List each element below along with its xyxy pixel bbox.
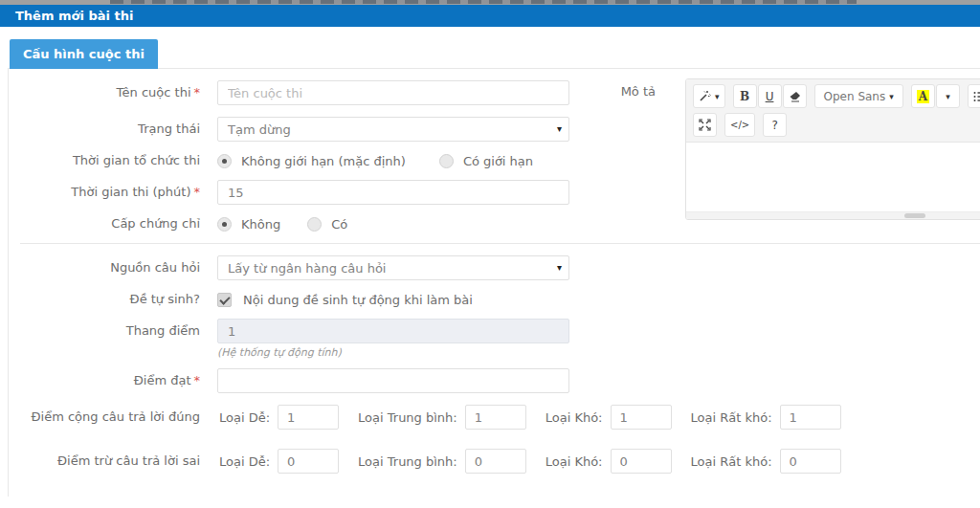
- contest-name-label: Tên cuộc thi*: [9, 85, 200, 100]
- plus-hard-pair: Loại Khó:: [546, 405, 672, 430]
- editor-horizontal-scrollbar[interactable]: [686, 211, 980, 219]
- scale-input: [217, 319, 569, 343]
- required-asterisk: *: [194, 85, 201, 99]
- chevron-down-icon: ▾: [715, 92, 720, 101]
- pass-score-input[interactable]: [217, 368, 569, 393]
- chevron-down-icon: ▾: [557, 262, 562, 273]
- tab-label: Cấu hình cuộc thi: [23, 47, 145, 61]
- unordered-list-icon: [973, 91, 980, 102]
- plus-easy-pair: Loại Dễ:: [219, 405, 339, 430]
- row-minus-points: Điểm trừ câu trả lời sai Loại Dễ: Loại T…: [9, 449, 980, 474]
- plus-medium-pair: Loại Trung bình:: [358, 405, 526, 430]
- bold-button[interactable]: B: [733, 84, 757, 108]
- plus-hard-input[interactable]: [611, 405, 672, 430]
- minus-easy-input[interactable]: [278, 449, 339, 474]
- auto-generate-checkbox-label: Nội dung đề sinh tự động khi làm bài: [243, 293, 473, 307]
- section-divider: [20, 243, 980, 244]
- minus-medium-input[interactable]: [465, 449, 526, 474]
- row-scale: Thang điểm: [9, 319, 980, 343]
- clear-format-button[interactable]: [783, 84, 807, 108]
- description-editor: ▾ B U: [685, 78, 980, 220]
- auto-generate-checkbox[interactable]: [217, 293, 232, 307]
- required-asterisk: *: [194, 185, 201, 199]
- radio-icon-checked: [217, 217, 232, 232]
- plus-veryhard-label: Loại Rất khó:: [691, 410, 772, 425]
- minus-hard-label: Loại Khó:: [546, 454, 603, 469]
- radio-option-limited[interactable]: Có giới hạn: [439, 154, 533, 168]
- editor-toolbar: ▾ B U: [686, 79, 980, 143]
- plus-hard-label: Loại Khó:: [546, 410, 603, 425]
- scale-label: Thang điểm: [9, 323, 200, 339]
- tab-cau-hinh-cuoc-thi[interactable]: Cấu hình cuộc thi: [10, 39, 158, 69]
- time-mode-label: Thời gian tổ chức thi: [9, 153, 200, 168]
- row-pass-score: Điểm đạt*: [9, 368, 980, 393]
- radio-icon-unchecked: [307, 217, 322, 232]
- code-view-button[interactable]: </>: [724, 113, 755, 137]
- minus-hard-input[interactable]: [611, 449, 672, 474]
- radio-option-unlimited[interactable]: Không giới hạn (mặc định): [217, 154, 406, 168]
- minus-medium-label: Loại Trung bình:: [358, 454, 457, 469]
- minus-veryhard-input[interactable]: [780, 449, 841, 474]
- fullscreen-icon: [699, 119, 711, 131]
- help-icon: ?: [771, 119, 777, 132]
- plus-veryhard-pair: Loại Rất khó:: [691, 405, 841, 430]
- radio-icon-checked: [217, 154, 232, 168]
- chevron-down-icon: ▾: [889, 92, 894, 101]
- clipped-browser-content: [0, 0, 980, 5]
- description-label: Mô tả: [594, 78, 656, 99]
- magic-wand-icon: [699, 90, 711, 102]
- chevron-down-icon: ▾: [946, 92, 950, 101]
- chevron-down-icon: ▾: [557, 123, 562, 134]
- fullscreen-button[interactable]: [693, 113, 717, 137]
- unordered-list-button[interactable]: [968, 84, 980, 108]
- plus-easy-label: Loại Dễ:: [219, 410, 270, 425]
- minus-points-label: Điểm trừ câu trả lời sai: [9, 453, 200, 469]
- question-source-selected-value: Lấy từ ngân hàng câu hỏi: [228, 261, 386, 276]
- plus-medium-input[interactable]: [465, 405, 526, 430]
- status-select[interactable]: Tạm dừng ▾: [217, 117, 569, 142]
- eraser-icon: [789, 91, 801, 102]
- config-panel: Tên cuộc thi* Trạng thái Tạm dừng ▾ Thời…: [8, 68, 980, 497]
- radio-icon-unchecked: [439, 154, 454, 168]
- help-button[interactable]: ?: [763, 113, 787, 137]
- required-asterisk: *: [194, 373, 201, 387]
- auto-generate-label: Đề tự sinh?: [9, 292, 200, 307]
- font-family-dropdown[interactable]: Open Sans ▾: [814, 84, 903, 108]
- pass-score-label: Điểm đạt*: [9, 373, 200, 388]
- certificate-label: Cấp chứng chỉ: [9, 216, 200, 232]
- minus-hard-pair: Loại Khó:: [546, 449, 672, 474]
- plus-points-label: Điểm cộng câu trả lời đúng: [9, 409, 200, 425]
- plus-veryhard-input[interactable]: [780, 405, 841, 430]
- radio-option-certificate-yes[interactable]: Có: [307, 217, 347, 232]
- font-color-button[interactable]: A: [911, 84, 935, 108]
- description-editing-area[interactable]: [686, 143, 980, 211]
- minus-easy-label: Loại Dễ:: [219, 454, 270, 469]
- status-label: Trạng thái: [9, 121, 200, 137]
- minus-easy-pair: Loại Dễ:: [219, 449, 339, 474]
- question-source-label: Nguồn câu hỏi: [9, 260, 200, 276]
- plus-easy-input[interactable]: [278, 405, 339, 430]
- minus-veryhard-pair: Loại Rất khó:: [691, 449, 841, 474]
- duration-input[interactable]: [217, 180, 569, 205]
- underline-button[interactable]: U: [758, 84, 782, 108]
- style-dropdown-button[interactable]: ▾: [693, 84, 725, 108]
- scrollbar-thumb[interactable]: [904, 213, 925, 218]
- row-auto-generate: Đề tự sinh? Nội dung đề sinh tự động khi…: [9, 292, 980, 307]
- contest-name-input[interactable]: [217, 80, 569, 105]
- description-block: Mô tả ▾ B U: [594, 78, 980, 220]
- clipped-text-fragment: [110, 0, 857, 4]
- status-selected-value: Tạm dừng: [228, 122, 291, 137]
- plus-medium-label: Loại Trung bình:: [358, 410, 457, 425]
- question-source-select[interactable]: Lấy từ ngân hàng câu hỏi ▾: [217, 255, 569, 280]
- code-icon: </>: [730, 120, 749, 130]
- page-header: Thêm mới bài thi: [0, 5, 980, 27]
- row-plus-points: Điểm cộng câu trả lời đúng Loại Dễ: Loại…: [9, 405, 980, 430]
- row-question-source: Nguồn câu hỏi Lấy từ ngân hàng câu hỏi ▾: [9, 255, 980, 280]
- minus-veryhard-label: Loại Rất khó:: [691, 454, 772, 469]
- page-title: Thêm mới bài thi: [15, 9, 133, 23]
- minus-medium-pair: Loại Trung bình:: [358, 449, 526, 474]
- radio-option-certificate-no[interactable]: Không: [217, 217, 280, 232]
- font-color-dropdown[interactable]: ▾: [936, 84, 960, 108]
- duration-label: Thời gian thi (phút)*: [9, 185, 200, 200]
- scale-note: (Hệ thống tự động tính): [217, 346, 980, 359]
